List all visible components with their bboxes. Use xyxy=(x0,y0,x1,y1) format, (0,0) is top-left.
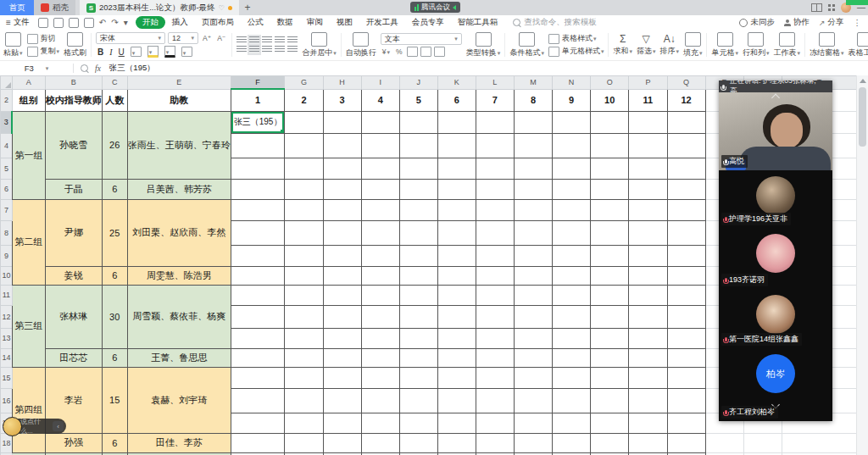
cell[interactable] xyxy=(437,367,476,388)
cell[interactable] xyxy=(591,179,629,199)
cell[interactable] xyxy=(361,367,399,388)
menu-tab-7[interactable]: 视图 xyxy=(330,16,359,29)
cell[interactable] xyxy=(553,367,591,388)
cell[interactable] xyxy=(323,179,361,199)
cell[interactable] xyxy=(591,133,629,158)
cell[interactable] xyxy=(437,111,476,133)
cell[interactable] xyxy=(514,348,552,367)
cell[interactable] xyxy=(437,266,476,285)
cell[interactable] xyxy=(476,305,514,328)
cell[interactable] xyxy=(323,158,361,179)
chat-input-pill[interactable]: 说点什么... ‹ xyxy=(5,419,66,434)
count-cell[interactable]: 25 xyxy=(102,199,127,266)
cell[interactable] xyxy=(514,179,552,199)
increase-font-icon[interactable]: A⁺ xyxy=(203,34,211,42)
cell[interactable] xyxy=(629,328,667,348)
participant-tile[interactable]: 193齐诺羽 xyxy=(719,228,832,289)
cell[interactable] xyxy=(553,179,591,199)
cell[interactable] xyxy=(285,199,323,220)
split-view-icon[interactable] xyxy=(811,3,822,12)
cell[interactable] xyxy=(591,111,629,133)
cell[interactable] xyxy=(667,199,705,220)
cell[interactable] xyxy=(285,367,323,388)
count-cell[interactable]: 26 xyxy=(102,111,127,179)
cell[interactable] xyxy=(476,245,514,266)
cell[interactable] xyxy=(361,285,399,305)
formula-value[interactable]: 张三（195） xyxy=(109,63,155,74)
conditional-format-button[interactable]: 条件格式 xyxy=(509,32,544,58)
align-center-icon[interactable] xyxy=(249,46,259,53)
cell[interactable] xyxy=(476,285,514,305)
cell[interactable] xyxy=(629,433,667,452)
cell[interactable] xyxy=(591,328,629,348)
header-cell[interactable]: 7 xyxy=(476,89,514,111)
scrollbar-thumb[interactable] xyxy=(859,87,866,147)
cell[interactable] xyxy=(514,220,552,245)
participant-tile[interactable]: 柏岑齐工程刘柏岑 xyxy=(719,348,832,421)
currency-format-icon[interactable]: ¥ xyxy=(382,47,390,56)
cell[interactable] xyxy=(667,305,705,328)
cell[interactable] xyxy=(476,328,514,348)
cell[interactable] xyxy=(553,266,591,285)
advisor-cell[interactable]: 孙晓雪 xyxy=(45,111,102,179)
cell[interactable] xyxy=(399,285,437,305)
cell[interactable] xyxy=(591,158,629,179)
cell[interactable] xyxy=(629,388,667,413)
table-style-button[interactable]: 表格样式 xyxy=(548,33,604,44)
cell[interactable] xyxy=(591,388,629,413)
underline-button[interactable]: U xyxy=(117,47,126,57)
cell[interactable] xyxy=(399,111,437,133)
thousands-separator-icon[interactable] xyxy=(407,47,418,57)
cell[interactable] xyxy=(591,199,629,220)
cell[interactable] xyxy=(361,199,399,220)
meeting-panel[interactable]: 正在讲话: 护理系03张林琳; 高... 高悦 护理学196关亚非193齐诺羽第… xyxy=(719,80,832,421)
assistants-cell[interactable]: 周雯慧、陈浩男 xyxy=(127,266,231,285)
cell[interactable] xyxy=(323,388,361,413)
decrease-decimal-icon[interactable] xyxy=(434,47,445,57)
advisor-cell[interactable]: 张林琳 xyxy=(45,285,102,348)
bold-button[interactable]: B xyxy=(96,47,105,57)
collaborate-button[interactable]: 协作 xyxy=(784,17,810,28)
cell[interactable] xyxy=(629,245,667,266)
column-header-N[interactable]: N xyxy=(553,76,591,90)
cell[interactable] xyxy=(437,179,476,199)
worksheet-button[interactable]: 工作表 xyxy=(774,32,801,58)
cell[interactable] xyxy=(323,305,361,328)
cell[interactable] xyxy=(476,348,514,367)
meeting-floating-badge[interactable]: 腾讯会议 xyxy=(410,2,460,13)
cell[interactable] xyxy=(231,179,285,199)
cell[interactable] xyxy=(667,348,705,367)
column-header-I[interactable]: I xyxy=(361,76,399,90)
cell[interactable] xyxy=(231,305,285,328)
cell[interactable] xyxy=(705,433,743,452)
cell[interactable] xyxy=(629,348,667,367)
workspace-grid-icon[interactable] xyxy=(828,4,835,11)
header-cell[interactable]: 2 xyxy=(285,89,323,111)
cell[interactable] xyxy=(476,388,514,413)
freeze-panes-button[interactable]: 冻结窗格 xyxy=(810,32,844,58)
cell[interactable] xyxy=(285,133,323,158)
cell[interactable] xyxy=(361,266,399,285)
header-cell[interactable]: 4 xyxy=(361,89,399,111)
participant-tile[interactable]: 第一医院14组张鑫鑫 xyxy=(719,289,832,348)
cell[interactable] xyxy=(399,305,437,328)
sort-button[interactable]: A↓排序 xyxy=(659,33,679,57)
assistants-cell[interactable]: 田佳、李苏 xyxy=(127,433,231,452)
cell[interactable] xyxy=(361,179,399,199)
cell-style-button[interactable]: 单元格样式 xyxy=(548,46,604,57)
cell[interactable] xyxy=(437,388,476,413)
type-convert-button[interactable]: 类型转换 xyxy=(466,32,501,58)
advisor-cell[interactable]: 孙强 xyxy=(45,433,102,452)
decrease-font-icon[interactable]: A⁻ xyxy=(217,34,225,42)
cell[interactable] xyxy=(285,158,323,179)
cell[interactable] xyxy=(323,199,361,220)
cell[interactable] xyxy=(399,266,437,285)
table-tools-button[interactable]: 表格工具 xyxy=(849,32,868,58)
cell[interactable] xyxy=(553,199,591,220)
tab-document[interactable]: S 2023届本科生...论文）教师-最终 ♡ xyxy=(80,0,239,15)
count-cell[interactable]: 6 xyxy=(102,348,127,367)
advisor-cell[interactable]: 尹娜 xyxy=(45,199,102,266)
group-name-cell[interactable]: 第三组 xyxy=(12,285,45,367)
merge-center-button[interactable]: 合并居中 xyxy=(302,32,337,58)
cell[interactable] xyxy=(553,111,591,133)
